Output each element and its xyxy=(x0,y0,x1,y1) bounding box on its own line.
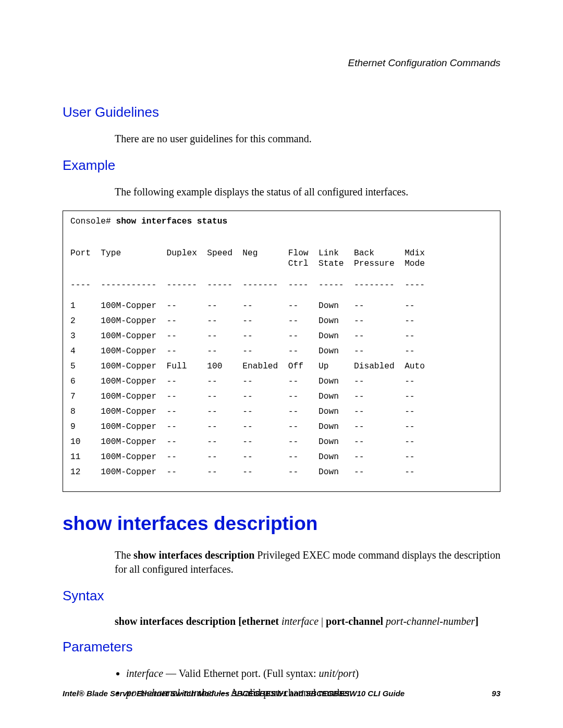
footer-page-number: 93 xyxy=(492,689,500,698)
cli-output: Console# show interfaces status Port Typ… xyxy=(63,211,500,492)
section-syntax: Syntax show interfaces description [ethe… xyxy=(63,588,500,627)
heading-command: show interfaces description xyxy=(63,513,500,535)
syntax-portchannel-num: port-channel-number xyxy=(386,615,475,627)
syntax-portchannel: port-channel xyxy=(326,615,383,627)
syntax-line: show interfaces description [ethernet in… xyxy=(115,615,500,627)
text-command-desc: The show interfaces description Privileg… xyxy=(115,548,500,576)
syntax-cmd: show interfaces description xyxy=(115,615,236,627)
page-footer: Intel® Blade Server Ethernet Switch Modu… xyxy=(63,689,500,698)
page: Ethernet Configuration Commands User Gui… xyxy=(0,0,563,728)
heading-example: Example xyxy=(63,157,500,174)
running-header: Ethernet Configuration Commands xyxy=(348,57,500,69)
syntax-bracket-open: [ethernet xyxy=(238,615,279,627)
heading-parameters: Parameters xyxy=(63,639,500,655)
syntax-interface: interface xyxy=(282,615,319,627)
text-user-guidelines: There are no user guidelines for this co… xyxy=(115,132,500,146)
syntax-pipe: | xyxy=(319,615,326,627)
footer-title: Intel® Blade Server Ethernet Switch Modu… xyxy=(63,689,405,698)
section-example: Example The following example displays t… xyxy=(63,157,500,199)
desc-cmd: show interfaces description xyxy=(133,549,254,561)
desc-prefix: The xyxy=(115,549,133,561)
parameter-item: interface — Valid Ethernet port. (Full s… xyxy=(126,667,500,681)
syntax-bracket-close: ] xyxy=(475,615,479,627)
text-example: The following example displays the statu… xyxy=(115,185,500,199)
heading-syntax: Syntax xyxy=(63,588,500,604)
heading-user-guidelines: User Guidelines xyxy=(63,104,500,120)
section-user-guidelines: User Guidelines There are no user guidel… xyxy=(63,104,500,146)
